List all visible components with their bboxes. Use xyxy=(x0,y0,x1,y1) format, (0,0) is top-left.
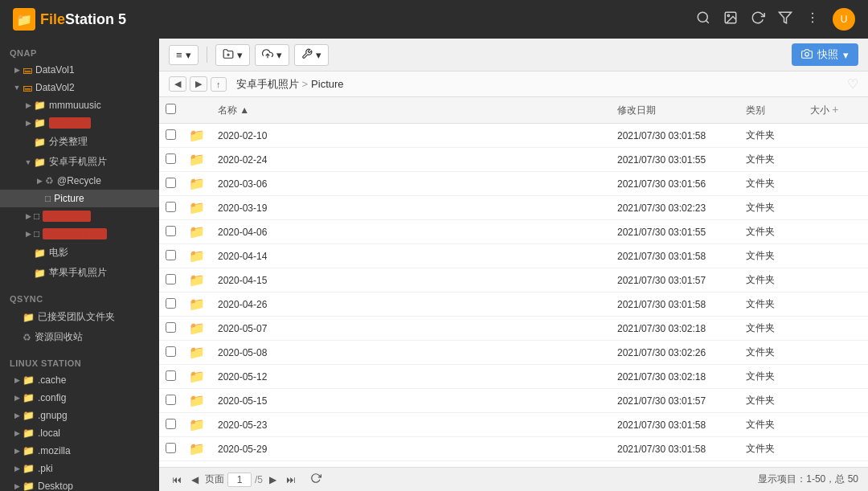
sidebar-item-redacted1[interactable]: ▶ 📁 ██ xyxy=(0,114,159,132)
table-row[interactable]: 📁 2020-04-15 2021/07/30 03:01:57 文件夹 xyxy=(159,268,868,293)
col-name-header[interactable]: 名称 ▲ xyxy=(211,97,611,124)
row-checkbox-cell[interactable] xyxy=(159,461,182,468)
photo-icon[interactable] xyxy=(723,10,738,28)
sidebar-item-picture[interactable]: □ Picture xyxy=(0,190,159,207)
row-checkbox-cell[interactable] xyxy=(159,268,182,293)
table-row[interactable]: 📁 2020-05-31 2021/07/30 03:01:58 文件夹 xyxy=(159,461,868,468)
row-name-cell[interactable]: 2020-04-06 xyxy=(211,220,611,244)
user-avatar[interactable]: U xyxy=(833,8,855,31)
sidebar-item-mmmuuusic[interactable]: ▶ 📁 mmmuuusic xyxy=(0,96,159,114)
last-page-button[interactable]: ⏭ xyxy=(283,473,299,487)
sidebar-item-desktop[interactable]: ▶ 📁 Desktop xyxy=(0,477,159,491)
row-checkbox-cell[interactable] xyxy=(159,172,182,196)
sidebar-item-anzhuotupian[interactable]: ▼ 📁 安卓手机照片 xyxy=(0,152,159,172)
table-row[interactable]: 📁 2020-02-10 2021/07/30 03:01:58 文件夹 xyxy=(159,124,868,148)
page-number[interactable]: 1 xyxy=(227,473,252,487)
sidebar-item-apple[interactable]: 📁 苹果手机照片 xyxy=(0,263,159,283)
next-page-button[interactable]: ▶ xyxy=(266,473,280,487)
row-checkbox-cell[interactable] xyxy=(159,196,182,220)
table-row[interactable]: 📁 2020-03-06 2021/07/30 03:01:56 文件夹 xyxy=(159,172,868,196)
col-date-header[interactable]: 修改日期 xyxy=(611,97,739,124)
row-checkbox[interactable] xyxy=(166,370,176,381)
search-icon[interactable] xyxy=(696,10,710,28)
tools-button[interactable]: ▾ xyxy=(294,44,329,66)
prev-page-button[interactable]: ◀ xyxy=(188,473,202,487)
nav-forward-button[interactable]: ▶ xyxy=(190,76,207,92)
row-checkbox-cell[interactable] xyxy=(159,124,182,148)
row-checkbox-cell[interactable] xyxy=(159,148,182,172)
row-checkbox[interactable] xyxy=(166,395,176,405)
row-name-cell[interactable]: 2020-05-31 xyxy=(211,461,611,468)
breadcrumb-parent[interactable]: 安卓手机照片 xyxy=(236,77,299,92)
sidebar-item-redacted3[interactable]: ▶ □ ███ xyxy=(0,225,159,243)
row-checkbox[interactable] xyxy=(166,129,176,140)
sidebar-item-pki[interactable]: ▶ 📁 .pki xyxy=(0,460,159,477)
row-checkbox[interactable] xyxy=(166,322,176,333)
size-header-add-icon[interactable]: + xyxy=(832,103,838,116)
row-checkbox-cell[interactable] xyxy=(159,293,182,317)
row-name-cell[interactable]: 2020-02-10 xyxy=(211,124,611,148)
nav-back-button[interactable]: ◀ xyxy=(169,76,186,92)
more-icon[interactable] xyxy=(805,10,820,28)
view-toggle-button[interactable]: ≡ ▾ xyxy=(169,45,199,65)
row-checkbox[interactable] xyxy=(166,226,176,236)
row-name-cell[interactable]: 2020-02-24 xyxy=(211,148,611,172)
sidebar-item-config[interactable]: ▶ 📁 .config xyxy=(0,389,159,407)
first-page-button[interactable]: ⏮ xyxy=(169,473,185,487)
row-checkbox[interactable] xyxy=(166,443,176,453)
col-check-header[interactable] xyxy=(159,97,182,124)
row-checkbox-cell[interactable] xyxy=(159,389,182,413)
row-name-cell[interactable]: 2020-04-26 xyxy=(211,293,611,317)
table-row[interactable]: 📁 2020-03-19 2021/07/30 03:02:23 文件夹 xyxy=(159,196,868,220)
sidebar-item-mozilla[interactable]: ▶ 📁 .mozilla xyxy=(0,442,159,460)
row-checkbox-cell[interactable] xyxy=(159,437,182,461)
row-checkbox-cell[interactable] xyxy=(159,317,182,341)
table-row[interactable]: 📁 2020-04-06 2021/07/30 03:01:55 文件夹 xyxy=(159,220,868,244)
upload-button[interactable]: ▾ xyxy=(255,44,289,66)
row-name-cell[interactable]: 2020-05-07 xyxy=(211,317,611,341)
row-checkbox[interactable] xyxy=(166,202,176,212)
row-checkbox-cell[interactable] xyxy=(159,220,182,244)
sidebar-item-received[interactable]: 📁 已接受团队文件夹 xyxy=(0,307,159,327)
row-name-cell[interactable]: 2020-04-14 xyxy=(211,244,611,268)
sidebar-item-fenlei[interactable]: 📁 分类整理 xyxy=(0,132,159,152)
sidebar-item-datavol2[interactable]: ▼ 🖴 DataVol2 xyxy=(0,79,159,96)
new-folder-button[interactable]: ▾ xyxy=(215,44,250,66)
row-checkbox[interactable] xyxy=(166,274,176,284)
row-checkbox[interactable] xyxy=(166,346,176,357)
table-row[interactable]: 📁 2020-05-15 2021/07/30 03:01:57 文件夹 xyxy=(159,389,868,413)
row-checkbox-cell[interactable] xyxy=(159,341,182,365)
sidebar-item-dianying[interactable]: 📁 电影 xyxy=(0,243,159,263)
row-name-cell[interactable]: 2020-04-15 xyxy=(211,268,611,293)
row-name-cell[interactable]: 2020-05-12 xyxy=(211,365,611,389)
table-row[interactable]: 📁 2020-05-23 2021/07/30 03:01:58 文件夹 xyxy=(159,413,868,437)
table-row[interactable]: 📁 2020-05-07 2021/07/30 03:02:18 文件夹 xyxy=(159,317,868,341)
row-checkbox[interactable] xyxy=(166,298,176,309)
select-all-checkbox[interactable] xyxy=(166,104,176,114)
sidebar-item-cache[interactable]: ▶ 📁 .cache xyxy=(0,371,159,389)
table-row[interactable]: 📁 2020-04-26 2021/07/30 03:01:58 文件夹 xyxy=(159,293,868,317)
row-checkbox-cell[interactable] xyxy=(159,413,182,437)
nav-up-button[interactable]: ↑ xyxy=(211,77,227,92)
row-name-cell[interactable]: 2020-05-29 xyxy=(211,437,611,461)
row-checkbox[interactable] xyxy=(166,178,176,188)
row-name-cell[interactable]: 2020-05-23 xyxy=(211,413,611,437)
table-row[interactable]: 📁 2020-05-08 2021/07/30 03:02:26 文件夹 xyxy=(159,341,868,365)
refresh-icon[interactable] xyxy=(751,10,765,28)
sidebar-item-recycle[interactable]: ▶ ♻ @Recycle xyxy=(0,172,159,190)
row-checkbox[interactable] xyxy=(166,153,176,164)
table-row[interactable]: 📁 2020-05-29 2021/07/30 03:01:58 文件夹 xyxy=(159,437,868,461)
table-row[interactable]: 📁 2020-05-12 2021/07/30 03:02:18 文件夹 xyxy=(159,365,868,389)
table-row[interactable]: 📁 2020-04-14 2021/07/30 03:01:58 文件夹 xyxy=(159,244,868,268)
row-checkbox[interactable] xyxy=(166,419,176,429)
table-refresh-button[interactable] xyxy=(305,471,326,488)
col-size-header[interactable]: 大小 + xyxy=(804,97,868,124)
row-name-cell[interactable]: 2020-03-19 xyxy=(211,196,611,220)
row-checkbox-cell[interactable] xyxy=(159,244,182,268)
sidebar-item-local[interactable]: ▶ 📁 .local xyxy=(0,424,159,442)
quick-snapshot-button[interactable]: 快照 ▾ xyxy=(792,43,858,66)
row-name-cell[interactable]: 2020-05-15 xyxy=(211,389,611,413)
row-name-cell[interactable]: 2020-03-06 xyxy=(211,172,611,196)
sidebar-item-datavol1[interactable]: ▶ 🖴 DataVol1 xyxy=(0,61,159,79)
filter-icon[interactable] xyxy=(778,10,792,28)
